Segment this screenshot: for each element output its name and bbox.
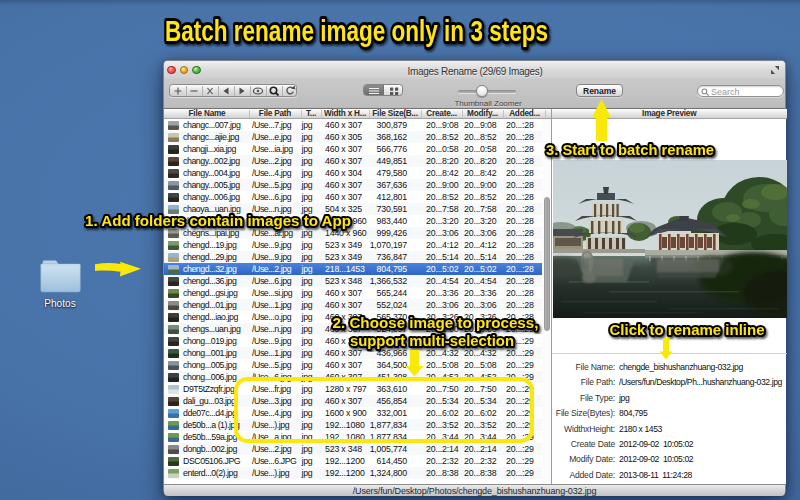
svg-text:Batch rename image only in 3 s: Batch rename image only in 3 steps	[165, 14, 548, 47]
